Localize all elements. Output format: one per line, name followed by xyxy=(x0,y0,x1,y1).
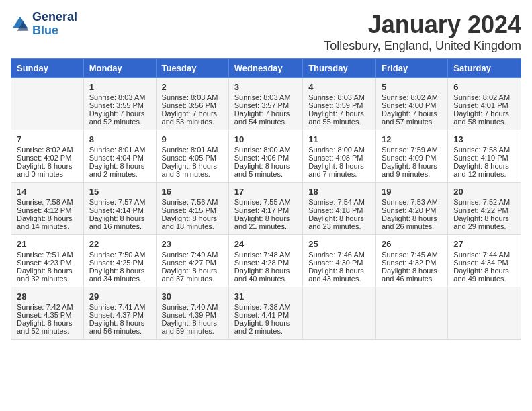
cell-info-line: Sunset: 4:23 PM xyxy=(17,259,78,267)
day-cell: 31Sunrise: 7:38 AMSunset: 4:41 PMDayligh… xyxy=(228,287,302,340)
cell-info-line: Sunset: 4:06 PM xyxy=(234,154,297,162)
day-number: 10 xyxy=(234,134,297,144)
cell-info-line: Sunset: 3:57 PM xyxy=(234,101,297,109)
day-number: 11 xyxy=(308,134,370,144)
cell-info-line: and 9 minutes. xyxy=(382,170,442,178)
cell-info-line: Daylight: 8 hours xyxy=(234,267,297,275)
cell-info-line: Sunset: 4:25 PM xyxy=(89,259,150,267)
week-row-1: 1Sunrise: 8:03 AMSunset: 3:55 PMDaylight… xyxy=(11,78,521,130)
cell-info-line: Daylight: 8 hours xyxy=(17,267,78,275)
cell-info-line: Sunrise: 8:03 AM xyxy=(308,93,370,101)
cell-info-line: and 23 minutes. xyxy=(308,222,370,230)
cell-info-line: Daylight: 7 hours xyxy=(382,109,442,118)
cell-info-line: Sunrise: 7:44 AM xyxy=(453,250,515,259)
cell-info-line: Daylight: 8 hours xyxy=(17,319,78,327)
cell-info-line: Daylight: 8 hours xyxy=(234,214,297,222)
day-number: 31 xyxy=(234,291,297,302)
cell-info-line: Sunrise: 7:58 AM xyxy=(453,146,515,154)
week-row-2: 7Sunrise: 8:02 AMSunset: 4:02 PMDaylight… xyxy=(11,130,521,183)
day-number: 26 xyxy=(382,239,442,249)
cell-info-line: Sunset: 4:39 PM xyxy=(162,311,223,319)
logo-icon xyxy=(11,15,30,34)
main-title: January 2024 xyxy=(324,11,521,39)
day-number: 14 xyxy=(17,187,78,197)
cell-info-line: and 16 minutes. xyxy=(89,222,150,230)
cell-info-line: Sunset: 4:12 PM xyxy=(17,206,78,214)
cell-info-line: Sunrise: 8:03 AM xyxy=(89,93,150,101)
logo-text: General Blue xyxy=(32,11,77,38)
cell-info-line: Daylight: 8 hours xyxy=(382,267,442,275)
cell-info-line: Sunrise: 8:00 AM xyxy=(308,146,370,154)
cell-info-line: Sunrise: 7:38 AM xyxy=(234,303,297,311)
cell-info-line: Sunrise: 7:50 AM xyxy=(89,250,150,259)
cell-info-line: and 29 minutes. xyxy=(453,222,515,230)
cell-info-line: Sunrise: 7:49 AM xyxy=(162,250,223,259)
day-cell: 17Sunrise: 7:55 AMSunset: 4:17 PMDayligh… xyxy=(228,183,302,235)
cell-info-line: Sunrise: 7:40 AM xyxy=(162,303,223,311)
week-row-5: 28Sunrise: 7:42 AMSunset: 4:35 PMDayligh… xyxy=(11,287,521,340)
day-number: 18 xyxy=(308,187,370,197)
day-cell: 15Sunrise: 7:57 AMSunset: 4:14 PMDayligh… xyxy=(83,183,156,235)
cell-info-line: Sunrise: 8:02 AM xyxy=(453,93,515,101)
header-cell-thursday: Thursday xyxy=(303,59,376,78)
day-cell: 6Sunrise: 8:02 AMSunset: 4:01 PMDaylight… xyxy=(448,78,521,130)
cell-info-line: Sunrise: 7:45 AM xyxy=(382,250,442,259)
cell-info-line: and 2 minutes. xyxy=(89,170,150,178)
day-number: 9 xyxy=(162,134,223,144)
day-number: 13 xyxy=(453,134,515,144)
cell-info-line: Sunset: 3:56 PM xyxy=(162,101,223,109)
cell-info-line: and 59 minutes. xyxy=(162,327,223,335)
cell-info-line: Sunrise: 7:46 AM xyxy=(308,250,370,259)
day-number: 23 xyxy=(162,239,223,249)
day-number: 15 xyxy=(89,187,150,197)
cell-info-line: Daylight: 8 hours xyxy=(89,319,150,327)
calendar-header: SundayMondayTuesdayWednesdayThursdayFrid… xyxy=(11,59,521,78)
cell-info-line: and 53 minutes. xyxy=(162,118,223,126)
cell-info-line: Sunrise: 7:57 AM xyxy=(89,198,150,206)
cell-info-line: and 54 minutes. xyxy=(234,118,297,126)
day-cell: 23Sunrise: 7:49 AMSunset: 4:27 PMDayligh… xyxy=(156,235,228,287)
cell-info-line: and 52 minutes. xyxy=(89,118,150,126)
cell-info-line: Daylight: 8 hours xyxy=(382,214,442,222)
cell-info-line: Daylight: 8 hours xyxy=(162,319,223,327)
cell-info-line: Sunset: 4:04 PM xyxy=(89,154,150,162)
cell-info-line: and 12 minutes. xyxy=(453,170,515,178)
cell-info-line: Sunrise: 7:54 AM xyxy=(308,198,370,206)
day-cell xyxy=(303,287,376,340)
day-cell: 8Sunrise: 8:01 AMSunset: 4:04 PMDaylight… xyxy=(83,130,156,183)
day-cell: 4Sunrise: 8:03 AMSunset: 3:59 PMDaylight… xyxy=(303,78,376,130)
cell-info-line: Sunset: 4:37 PM xyxy=(89,311,150,319)
day-cell: 30Sunrise: 7:40 AMSunset: 4:39 PMDayligh… xyxy=(156,287,228,340)
day-cell xyxy=(448,287,521,340)
cell-info-line: Sunset: 4:20 PM xyxy=(382,206,442,214)
cell-info-line: and 57 minutes. xyxy=(382,118,442,126)
day-cell: 20Sunrise: 7:52 AMSunset: 4:22 PMDayligh… xyxy=(448,183,521,235)
day-cell: 29Sunrise: 7:41 AMSunset: 4:37 PMDayligh… xyxy=(83,287,156,340)
logo: General Blue xyxy=(11,11,77,38)
header-row: SundayMondayTuesdayWednesdayThursdayFrid… xyxy=(11,59,521,78)
header-cell-monday: Monday xyxy=(83,59,156,78)
day-number: 16 xyxy=(162,187,223,197)
day-cell: 14Sunrise: 7:58 AMSunset: 4:12 PMDayligh… xyxy=(11,183,84,235)
header-cell-tuesday: Tuesday xyxy=(156,59,228,78)
cell-info-line: Sunrise: 7:56 AM xyxy=(162,198,223,206)
week-row-4: 21Sunrise: 7:51 AMSunset: 4:23 PMDayligh… xyxy=(11,235,521,287)
day-number: 30 xyxy=(162,291,223,302)
subtitle: Tollesbury, England, United Kingdom xyxy=(324,39,521,53)
cell-info-line: Sunrise: 7:51 AM xyxy=(17,250,78,259)
cell-info-line: Sunset: 4:15 PM xyxy=(162,206,223,214)
header-cell-sunday: Sunday xyxy=(11,59,84,78)
day-cell: 5Sunrise: 8:02 AMSunset: 4:00 PMDaylight… xyxy=(376,78,448,130)
cell-info-line: Sunset: 4:27 PM xyxy=(162,259,223,267)
day-cell xyxy=(11,78,84,130)
cell-info-line: Sunrise: 8:02 AM xyxy=(17,146,78,154)
header-cell-friday: Friday xyxy=(376,59,448,78)
day-cell: 18Sunrise: 7:54 AMSunset: 4:18 PMDayligh… xyxy=(303,183,376,235)
cell-info-line: Sunset: 4:18 PM xyxy=(308,206,370,214)
day-cell: 26Sunrise: 7:45 AMSunset: 4:32 PMDayligh… xyxy=(376,235,448,287)
cell-info-line: Daylight: 8 hours xyxy=(453,214,515,222)
day-number: 27 xyxy=(453,239,515,249)
cell-info-line: Sunrise: 7:55 AM xyxy=(234,198,297,206)
cell-info-line: Daylight: 8 hours xyxy=(308,214,370,222)
cell-info-line: and 14 minutes. xyxy=(17,222,78,230)
